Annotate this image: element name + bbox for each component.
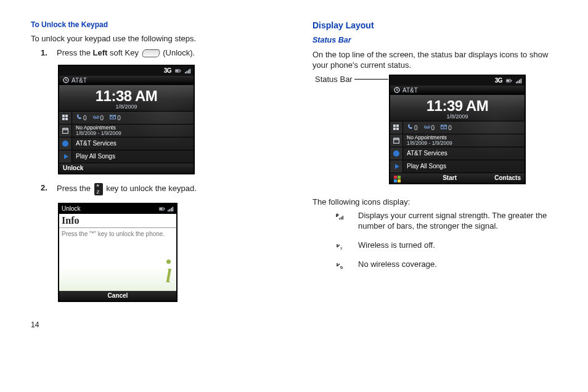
play-icon	[395, 164, 399, 169]
star-key-icon	[94, 183, 103, 195]
appointments-range: 1/8/2009 - 1/9/2009	[76, 131, 121, 136]
windows-icon	[62, 115, 68, 121]
left-column: To Unlock the Keypad To unlock your keyp…	[31, 20, 276, 329]
signal-bars-icon	[168, 206, 174, 212]
signal-bars-icon	[185, 68, 191, 74]
icon-row-wireless-off: x Wireless is turned off.	[333, 240, 557, 251]
no-coverage-icon	[333, 259, 347, 269]
tab-icon	[390, 121, 403, 134]
svg-rect-30	[516, 82, 517, 84]
step-number: 1.	[41, 48, 57, 57]
voicemail-icon	[424, 124, 430, 130]
services-label: AT&T Services	[72, 141, 116, 147]
carrier-row: AT&T	[59, 76, 194, 85]
svg-point-39	[424, 126, 427, 128]
svg-rect-51	[343, 216, 344, 220]
battery-icon	[159, 206, 165, 212]
svg-rect-32	[519, 80, 520, 83]
svg-rect-8	[62, 115, 65, 117]
calendar-icon	[393, 137, 399, 144]
screenshot-home-1138: 3G AT&T 11:38 AM 1/8/2009 0	[58, 65, 195, 174]
home-rows: 0 0 0 No Appointments 1/8/2009 - 1/9/200…	[59, 111, 194, 163]
carrier-row: AT&T	[390, 86, 525, 95]
screenshot-info-dialog: Unlock Info Press the "*" key to unlock …	[58, 203, 178, 302]
svg-point-12	[93, 116, 96, 118]
step-2: 2. Press the key to unlock the keypad.	[41, 183, 276, 195]
svg-rect-28	[511, 80, 512, 81]
services-row: AT&T Services	[390, 147, 525, 160]
clock-date: 1/8/2009	[390, 113, 525, 120]
message-count: 0	[110, 114, 121, 121]
battery-icon	[506, 78, 512, 84]
clock-panel: 11:38 AM 1/8/2009	[59, 85, 194, 111]
play-label: Play All Songs	[72, 153, 115, 160]
mail-icon	[110, 114, 116, 120]
network-3g-icon: 3G	[164, 67, 171, 74]
tab-icon	[390, 147, 403, 160]
status-bar-para: On the top line of the screen, the statu…	[312, 49, 557, 71]
info-message-area: Press the "*" key to unlock the phone. l	[59, 228, 176, 291]
voicemail-count: 0	[424, 124, 435, 131]
soft-key-icon	[141, 49, 160, 57]
services-row: AT&T Services	[59, 137, 194, 150]
tab-icon	[59, 150, 72, 163]
info-i-icon: l	[166, 259, 171, 287]
tab-icon	[59, 137, 72, 150]
tab-icon	[59, 125, 72, 137]
signal-bars-icon	[516, 78, 522, 84]
svg-rect-50	[341, 217, 342, 219]
svg-rect-43	[394, 138, 399, 143]
svg-rect-2	[176, 70, 178, 72]
globe-icon	[62, 141, 68, 147]
svg-rect-6	[190, 68, 191, 73]
wireless-off-desc: Wireless is turned off.	[358, 240, 557, 251]
svg-rect-23	[168, 210, 169, 211]
softkey-bar: Unlock	[59, 163, 194, 173]
status-bar: 3G	[390, 76, 525, 86]
softkey-right: Contacts	[494, 174, 525, 181]
right-column: Display Layout Status Bar On the top lin…	[312, 20, 557, 329]
step-body: Press the key to unlock the keypad.	[57, 183, 276, 195]
svg-point-40	[428, 126, 430, 128]
home-rows: 0 0 0 No Appointments 1/8/2009 - 1/9/200…	[390, 121, 525, 173]
appointments-row: No Appointments 1/8/2009 - 1/9/2009	[59, 124, 194, 137]
callout-line	[354, 79, 388, 80]
windows-logo-icon	[394, 176, 401, 182]
callout-label: Status Bar	[315, 75, 353, 84]
svg-rect-10	[62, 118, 65, 120]
title-bar-left: Unlock	[62, 205, 81, 212]
icons-intro: The following icons display:	[312, 197, 557, 208]
svg-rect-16	[63, 128, 68, 133]
svg-rect-21	[164, 208, 165, 210]
page-number: 14	[31, 321, 276, 329]
svg-point-13	[97, 116, 99, 118]
counts-row: 0 0 0	[390, 121, 525, 134]
voicemail-icon	[93, 114, 99, 120]
info-heading: Info	[59, 214, 176, 228]
svg-rect-29	[507, 80, 509, 82]
play-row: Play All Songs	[390, 160, 525, 173]
step-1: 1. Press the Left soft Key (Unlock).	[41, 48, 276, 57]
phone-icon	[407, 124, 413, 130]
screenshot-home-1139: 3G AT&T 11:39 AM 1/8/2009	[389, 75, 526, 184]
counts-row: 0 0 0	[59, 111, 194, 124]
softkey-center: Start	[405, 174, 494, 181]
appointments-range: 1/8/2009 - 1/9/2009	[407, 141, 452, 146]
steps-list-2: 2. Press the key to unlock the keypad.	[41, 183, 276, 195]
svg-rect-35	[393, 125, 396, 127]
carrier-label: AT&T	[402, 87, 418, 94]
calendar-icon	[62, 128, 68, 134]
info-title-bar: Unlock	[59, 204, 176, 214]
heading-status-bar: Status Bar	[312, 35, 557, 46]
svg-rect-31	[518, 81, 519, 83]
icon-row-signal: Displays your current signal strength. T…	[333, 211, 557, 232]
play-label: Play All Songs	[403, 163, 446, 170]
svg-rect-9	[65, 115, 68, 117]
svg-rect-24	[169, 209, 171, 211]
svg-rect-33	[521, 79, 522, 84]
svg-rect-11	[65, 118, 68, 120]
step-body: Press the Left soft Key (Unlock).	[57, 48, 276, 57]
tab-icon	[59, 112, 72, 124]
missed-call-count: 0	[76, 114, 87, 121]
steps-list: 1. Press the Left soft Key (Unlock).	[41, 48, 276, 57]
